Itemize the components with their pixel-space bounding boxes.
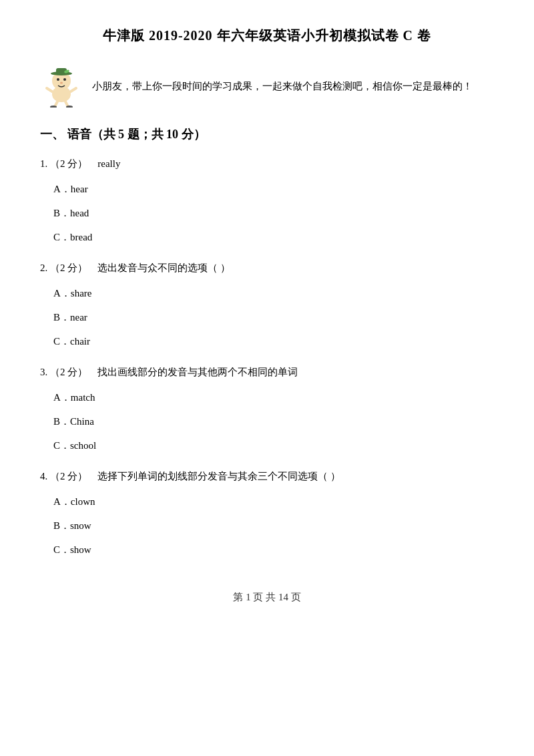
question-1-option-a[interactable]: A．hear: [40, 181, 494, 197]
question-2-score: （2 分）: [50, 262, 87, 273]
question-3-prompt: 找出画线部分的发音与其他两个不相同的单词: [97, 367, 298, 377]
question-3: 3. （2 分） 找出画线部分的发音与其他两个不相同的单词 A．match B．…: [40, 364, 494, 453]
question-3-option-c[interactable]: C．school: [40, 437, 494, 453]
svg-line-7: [47, 88, 52, 91]
question-2: 2. （2 分） 选出发音与众不同的选项（ ） A．share B．near C…: [40, 260, 494, 349]
question-4-title: 4. （2 分） 选择下列单词的划线部分发音与其余三个不同选项（ ）: [40, 468, 494, 484]
question-1-option-c[interactable]: C．bread: [40, 229, 494, 245]
question-3-score: （2 分）: [50, 367, 87, 377]
question-2-number: 2.: [40, 262, 47, 273]
intro-text: 小朋友，带上你一段时间的学习成果，一起来做个自我检测吧，相信你一定是最棒的！: [92, 78, 473, 94]
question-4-option-b[interactable]: B．snow: [40, 518, 494, 534]
intro-section: 小朋友，带上你一段时间的学习成果，一起来做个自我检测吧，相信你一定是最棒的！: [40, 65, 494, 108]
question-4-number: 4.: [40, 471, 47, 482]
question-4-option-a[interactable]: A．clown: [40, 494, 494, 510]
section-header: 一、 语音（共 5 题；共 10 分）: [40, 126, 494, 142]
question-3-number: 3.: [40, 367, 47, 377]
question-4-prompt: 选择下列单词的划线部分发音与其余三个不同选项（ ）: [97, 471, 340, 482]
page-footer: 第 1 页 共 14 页: [40, 591, 494, 604]
mascot-icon: [40, 65, 83, 108]
question-2-option-a[interactable]: A．share: [40, 285, 494, 301]
question-1-option-b[interactable]: B．head: [40, 205, 494, 221]
section-phonetics: 一、 语音（共 5 题；共 10 分） 1. （2 分） really A．he…: [40, 126, 494, 558]
question-2-option-c[interactable]: C．chair: [40, 333, 494, 349]
question-2-option-b[interactable]: B．near: [40, 309, 494, 325]
page-title: 牛津版 2019-2020 年六年级英语小升初模拟试卷 C 卷: [40, 27, 494, 45]
question-4: 4. （2 分） 选择下列单词的划线部分发音与其余三个不同选项（ ） A．clo…: [40, 468, 494, 558]
question-2-title: 2. （2 分） 选出发音与众不同的选项（ ）: [40, 260, 494, 276]
question-1-title: 1. （2 分） really: [40, 156, 494, 172]
question-2-prompt: 选出发音与众不同的选项（ ）: [97, 262, 230, 273]
question-1-prompt: really: [97, 158, 120, 169]
svg-line-8: [71, 88, 76, 91]
question-1: 1. （2 分） really A．hear B．head C．bread: [40, 156, 494, 245]
question-3-option-a[interactable]: A．match: [40, 389, 494, 405]
question-4-option-c[interactable]: C．show: [40, 542, 494, 558]
question-3-option-b[interactable]: B．China: [40, 413, 494, 429]
svg-point-6: [60, 82, 63, 84]
question-3-title: 3. （2 分） 找出画线部分的发音与其他两个不相同的单词: [40, 364, 494, 380]
question-4-score: （2 分）: [50, 471, 87, 482]
svg-point-4: [57, 78, 59, 81]
question-1-number: 1.: [40, 158, 47, 169]
svg-point-5: [63, 78, 66, 81]
question-1-score: （2 分）: [50, 158, 87, 169]
